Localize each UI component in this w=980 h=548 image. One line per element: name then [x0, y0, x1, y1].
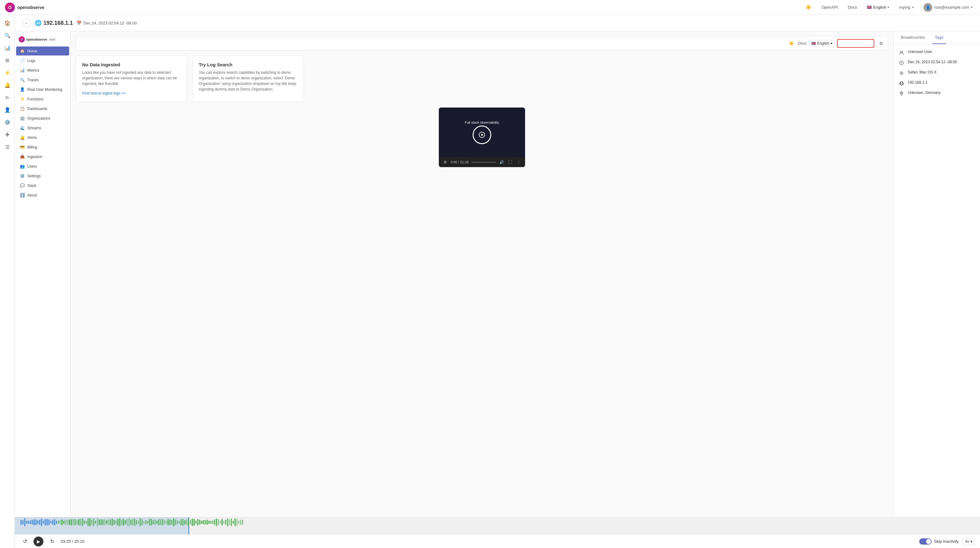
right-panel-tabs: Breadcrumbs Tags — [894, 31, 980, 44]
nav-item-organizations[interactable]: 🏢 Organizations — [16, 114, 69, 123]
nav-item-settings[interactable]: ⚙️ Settings — [16, 172, 69, 180]
ip-info-text: 192.168.1.1 — [908, 80, 927, 85]
svg-point-2 — [900, 51, 902, 53]
video-play-circle[interactable] — [473, 125, 491, 144]
globe-icon: 🌐 — [35, 19, 41, 26]
timeline-bar[interactable] — [15, 517, 980, 534]
nav-item-logs[interactable]: 📄 Logs — [16, 56, 69, 65]
billing-icon: 💳 — [20, 145, 25, 149]
sidebar-settings[interactable]: ⚙️ — [2, 116, 13, 128]
rewind-button[interactable]: ↺ — [20, 537, 30, 546]
gear-info-icon — [899, 70, 905, 76]
play-button[interactable]: ▶ — [33, 537, 43, 546]
settings-btn[interactable]: ⚙ — [877, 39, 885, 48]
ingest-link[interactable]: Find how to ingest logs >> — [82, 91, 126, 95]
dashboards-icon: 📋 — [20, 106, 25, 111]
speed-dropdown-arrow: ▾ — [970, 539, 972, 544]
sidebar-integrations[interactable]: ✤ — [2, 129, 13, 140]
video-time: 0:00 / 21:28 — [450, 160, 469, 164]
nav-item-dashboards[interactable]: 📋 Dashboards — [16, 104, 69, 113]
sidebar-alerts[interactable]: 🔔 — [2, 79, 13, 91]
sidebar-menu[interactable]: ☰ — [2, 141, 13, 152]
sidebar-home[interactable]: 🏠 — [2, 17, 13, 29]
date-time: 📅 Dec 24, 2023 02:54:12 -08:00 — [76, 21, 137, 25]
language-selector[interactable]: 🇬🇧 English ▾ — [864, 4, 892, 11]
nav-item-home[interactable]: 🏠 Home — [16, 46, 69, 56]
nav-item-about[interactable]: ℹ️ About — [16, 191, 69, 200]
icon-sidebar: 🏠 🔍 📊 ⊞ ⚡ 🔔 ⊳ 👤 ⚙️ ✤ ☰ — [0, 15, 15, 548]
video-preview[interactable]: Full stack observability — [439, 108, 525, 157]
functions-icon: ⚡ — [20, 97, 25, 102]
main-layout: 🏠 🔍 📊 ⊞ ⚡ 🔔 ⊳ 👤 ⚙️ ✤ ☰ ← 🌐 192.168.1.1 📅… — [0, 15, 980, 548]
sidebar-dashboards[interactable]: ⊞ — [2, 54, 13, 66]
back-button[interactable]: ← — [22, 19, 31, 27]
logo-text-small: openobserve — [26, 38, 47, 41]
sidebar-metrics[interactable]: 📊 — [2, 42, 13, 53]
video-more-btn[interactable]: ⋮ — [516, 159, 522, 165]
inner-docs-link[interactable]: Docs — [798, 41, 806, 46]
svg-point-4 — [901, 73, 902, 74]
theme-btn[interactable]: ☀️ — [787, 39, 795, 48]
sidebar-pipeline[interactable]: ⊳ — [2, 92, 13, 103]
nav-item-alerts[interactable]: 🔔 Alerts — [16, 133, 69, 142]
user-info-icon — [899, 49, 905, 56]
video-fullscreen-btn[interactable]: ⛶ — [507, 159, 513, 165]
video-progress-bar[interactable] — [471, 162, 496, 163]
tab-tags[interactable]: Tags — [932, 31, 946, 44]
speed-button[interactable]: 4x ▾ — [963, 538, 975, 545]
settings-bar: ☀️ Docs 🇬🇧 English ▾ ⚙ — [76, 36, 888, 51]
user-menu[interactable]: 👤 root@example.com ▾ — [921, 2, 975, 13]
try-log-card: Try Log Search You can explore search ca… — [192, 56, 304, 102]
nav-item-traces[interactable]: 🔍 Traces — [16, 75, 69, 84]
navbar: O openobserve ☀️ OpenAPI Docs 🇬🇧 English… — [0, 0, 980, 15]
alerts-icon: 🔔 — [20, 135, 25, 140]
metrics-icon: 📊 — [20, 68, 25, 73]
lang-dropdown-arrow: ▾ — [888, 6, 889, 9]
cards-row: No Data Ingested Looks like you have not… — [76, 56, 888, 102]
logo-circle-small: O — [19, 36, 25, 43]
traces-icon: 🔍 — [20, 78, 25, 82]
nav-item-slack[interactable]: 💬 Slack — [16, 181, 69, 190]
docs-link[interactable]: Docs — [845, 4, 860, 11]
nav-item-streams[interactable]: 🌊 Streams — [16, 123, 69, 132]
video-title: Full stack observability — [465, 121, 499, 124]
skip-toggle-switch[interactable] — [919, 538, 932, 545]
home-icon: 🏠 — [20, 49, 25, 53]
nav-item-users[interactable]: 👥 Users — [16, 162, 69, 171]
sidebar-user[interactable]: 👤 — [2, 104, 13, 115]
settings-icon: ⚙️ — [20, 173, 25, 178]
video-settings-btn[interactable]: ⚙ — [442, 159, 448, 165]
try-log-title: Try Log Search — [199, 62, 298, 67]
tab-breadcrumbs[interactable]: Breadcrumbs — [899, 31, 927, 44]
right-panel: Breadcrumbs Tags Unknown User — [893, 31, 980, 517]
org-selector[interactable]: myorg ▾ — [897, 4, 916, 11]
nav-item-ingestion[interactable]: 📥 Ingestion — [16, 152, 69, 161]
time-display: 03:25 / 25:10 — [61, 539, 84, 544]
calendar-icon: 📅 — [76, 21, 81, 25]
forward-button[interactable]: ↻ — [47, 537, 57, 546]
avatar: 👤 — [924, 3, 932, 12]
org-input[interactable] — [837, 39, 874, 48]
sidebar-filter[interactable]: ⚡ — [2, 67, 13, 78]
beta-badge: Beta — [48, 38, 56, 41]
user-info-text: Unknown User — [908, 49, 932, 54]
inner-lang-selector[interactable]: 🇬🇧 English ▾ — [809, 40, 835, 47]
info-item-user: Unknown User — [899, 49, 975, 56]
left-nav-panel: O openobserve Beta 🏠 Home 📄 Logs 📊 Metri… — [15, 31, 71, 517]
video-volume-btn[interactable]: 🔊 — [498, 159, 504, 165]
sidebar-search[interactable]: 🔍 — [2, 30, 13, 41]
skip-label: Skip Inactivity — [934, 539, 959, 544]
nav-item-metrics[interactable]: 📊 Metrics — [16, 66, 69, 75]
nav-item-rum[interactable]: 👤 Real User Monitoring — [16, 85, 69, 94]
try-log-body: You can explore search capbilities by sw… — [199, 70, 298, 92]
logo-icon: O — [5, 3, 15, 13]
nav-item-functions[interactable]: ⚡ Functions — [16, 95, 69, 103]
nav-item-billing[interactable]: 💳 Billing — [16, 143, 69, 152]
user-dropdown-arrow: ▾ — [971, 6, 972, 9]
controls-bar: ↺ ▶ ↻ 03:25 / 25:10 Skip Inactivity 4x ▾ — [15, 534, 980, 548]
content-area: ← 🌐 192.168.1.1 📅 Dec 24, 2023 02:54:12 … — [15, 15, 980, 548]
info-item-location: Unknown, Germany — [899, 90, 975, 97]
video-controls: ⚙ 0:00 / 21:28 🔊 ⛶ ⋮ — [439, 157, 525, 167]
theme-toggle[interactable]: ☀️ — [803, 2, 814, 13]
openapi-link[interactable]: OpenAPI — [819, 4, 840, 11]
